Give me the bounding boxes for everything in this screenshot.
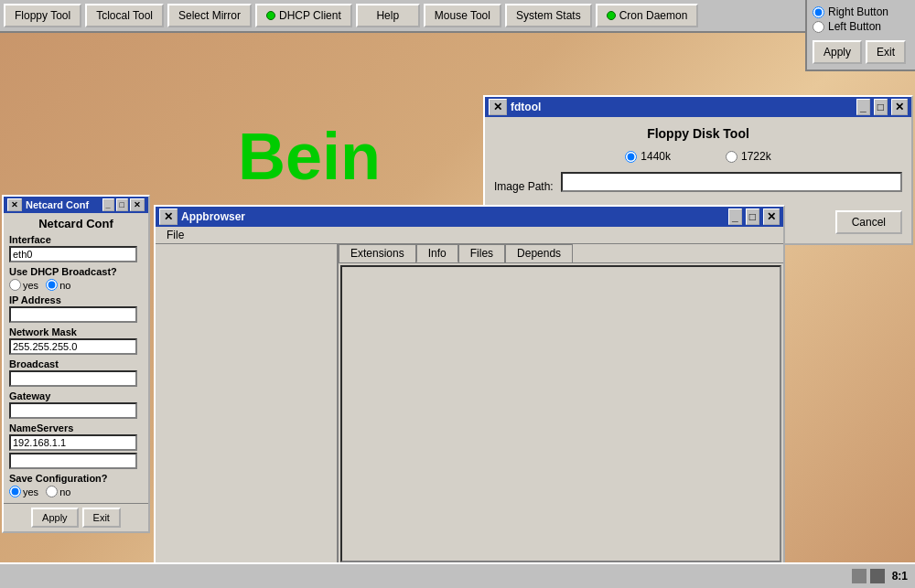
- netcard-close-btn[interactable]: ✕: [130, 198, 145, 211]
- sys-tray: [852, 569, 885, 583]
- tab-files[interactable]: Files: [458, 244, 505, 262]
- left-button-radio[interactable]: Left Button: [813, 20, 910, 33]
- nameserver2-input[interactable]: [9, 453, 137, 469]
- taskbar-bottom: 8:1: [0, 562, 915, 588]
- floppy-cancel-button[interactable]: Cancel: [835, 210, 902, 234]
- floppy-1440k-radio[interactable]: 1440k: [625, 150, 671, 163]
- appbrowser-close-btn[interactable]: ✕: [763, 208, 780, 225]
- netmask-label: Network Mask: [9, 326, 143, 337]
- floppy-1722k-radio[interactable]: 1722k: [726, 150, 771, 163]
- appbrowser-close-icon[interactable]: ✕: [159, 208, 178, 225]
- appbrowser-window: ✕ Appbrowser _ □ ✕ File Extensions Info …: [154, 205, 785, 588]
- tray-icon-1: [852, 569, 867, 583]
- netcard-apply-button[interactable]: Apply: [31, 508, 79, 528]
- appbrowser-menubar: File: [156, 227, 783, 244]
- save-yes-radio[interactable]: yes: [9, 486, 38, 497]
- netcard-content: Netcard Conf Interface Use DHCP Broadcas…: [4, 213, 148, 503]
- nameserver1-input[interactable]: [9, 434, 137, 451]
- netmask-input[interactable]: [9, 338, 137, 355]
- appbrowser-file-menu[interactable]: File: [159, 227, 191, 243]
- appbrowser-titlebar: ✕ Appbrowser _ □ ✕: [156, 207, 783, 227]
- broadcast-input[interactable]: [9, 370, 137, 387]
- appbrowser-max-btn[interactable]: □: [746, 208, 759, 225]
- gateway-label: Gateway: [9, 390, 143, 401]
- netcard-title: Netcard Conf: [26, 199, 89, 210]
- appbrowser-body: Extensions Info Files Depends: [156, 244, 783, 564]
- dhcp-led: [266, 11, 275, 20]
- netcard-heading: Netcard Conf: [9, 217, 143, 230]
- netcard-window: ✕ Netcard Conf _ □ ✕ Netcard Conf Interf…: [2, 195, 150, 533]
- appbrowser-content-area: [340, 265, 781, 562]
- desktop-bein-text: Bein: [238, 119, 381, 194]
- appbrowser-tabs: Extensions Info Files Depends: [339, 244, 783, 263]
- right-button-radio[interactable]: Right Button: [813, 5, 910, 18]
- system-stats-button[interactable]: System Stats: [505, 4, 592, 27]
- appbrowser-left-panel: [156, 244, 339, 564]
- ip-label: IP Address: [9, 294, 143, 305]
- floppy-close-icon[interactable]: ✕: [489, 99, 507, 115]
- tclocal-tool-button[interactable]: Tclocal Tool: [85, 4, 164, 27]
- tab-info[interactable]: Info: [416, 244, 458, 262]
- right-panel: Right Button Left Button Apply Exit: [805, 0, 915, 71]
- floppy-tool-button[interactable]: Floppy Tool: [4, 4, 81, 27]
- mouse-tool-button[interactable]: Mouse Tool: [424, 4, 501, 27]
- select-mirror-button[interactable]: Select Mirror: [167, 4, 252, 27]
- broadcast-label: Broadcast: [9, 358, 143, 369]
- floppy-titlebar: ✕ fdtool _ □ ✕: [485, 97, 911, 117]
- appbrowser-window-title: Appbrowser: [181, 210, 245, 223]
- cron-daemon-button[interactable]: Cron Daemon: [596, 4, 699, 27]
- save-config-radio-row: yes no: [9, 486, 143, 497]
- right-panel-apply-button[interactable]: Apply: [813, 40, 862, 64]
- floppy-image-path-row: Image Path:: [494, 172, 902, 201]
- right-panel-exit-button[interactable]: Exit: [866, 40, 906, 64]
- floppy-max-btn[interactable]: □: [874, 99, 888, 115]
- gateway-input[interactable]: [9, 402, 137, 419]
- interface-input[interactable]: [9, 246, 137, 262]
- clock: 8:1: [892, 570, 908, 583]
- netcard-footer: Apply Exit: [4, 503, 148, 531]
- netcard-max-btn[interactable]: □: [116, 198, 128, 211]
- save-config-label: Save Configuration?: [9, 473, 143, 484]
- interface-label: Interface: [9, 234, 143, 245]
- nameservers-label: NameServers: [9, 422, 143, 433]
- button-radio-group: Right Button Left Button: [813, 5, 910, 33]
- right-panel-buttons: Apply Exit: [813, 40, 910, 64]
- netcard-exit-button[interactable]: Exit: [82, 508, 121, 528]
- netcard-close-x[interactable]: ✕: [7, 198, 22, 211]
- dhcp-label: Use DHCP Broadcast?: [9, 266, 143, 277]
- cron-led: [607, 11, 616, 20]
- tray-icon-2: [870, 569, 885, 583]
- netcard-min-btn[interactable]: _: [102, 198, 114, 211]
- dhcp-client-button[interactable]: DHCP Client: [255, 4, 352, 27]
- netcard-titlebar: ✕ Netcard Conf _ □ ✕: [4, 197, 148, 213]
- ip-input[interactable]: [9, 306, 137, 323]
- floppy-image-path-input[interactable]: [561, 172, 902, 192]
- tab-depends[interactable]: Depends: [505, 244, 573, 262]
- dhcp-no-radio[interactable]: no: [46, 279, 70, 291]
- appbrowser-right-panel: Extensions Info Files Depends: [339, 244, 783, 564]
- save-no-radio[interactable]: no: [46, 486, 70, 497]
- tab-extensions[interactable]: Extensions: [339, 244, 416, 262]
- dhcp-radio-row: yes no: [9, 279, 143, 291]
- floppy-window-title: fdtool: [511, 101, 541, 113]
- appbrowser-min-btn[interactable]: _: [728, 208, 742, 225]
- floppy-image-path-label: Image Path:: [494, 180, 554, 193]
- floppy-min-btn[interactable]: _: [856, 99, 870, 115]
- taskbar-top: Floppy Tool Tclocal Tool Select Mirror D…: [0, 0, 805, 33]
- floppy-heading: Floppy Disk Tool: [494, 126, 902, 141]
- help-button[interactable]: Help: [356, 4, 420, 27]
- floppy-radio-row: 1440k 1722k: [494, 150, 902, 163]
- dhcp-yes-radio[interactable]: yes: [9, 279, 38, 291]
- floppy-close-btn[interactable]: ✕: [891, 99, 908, 115]
